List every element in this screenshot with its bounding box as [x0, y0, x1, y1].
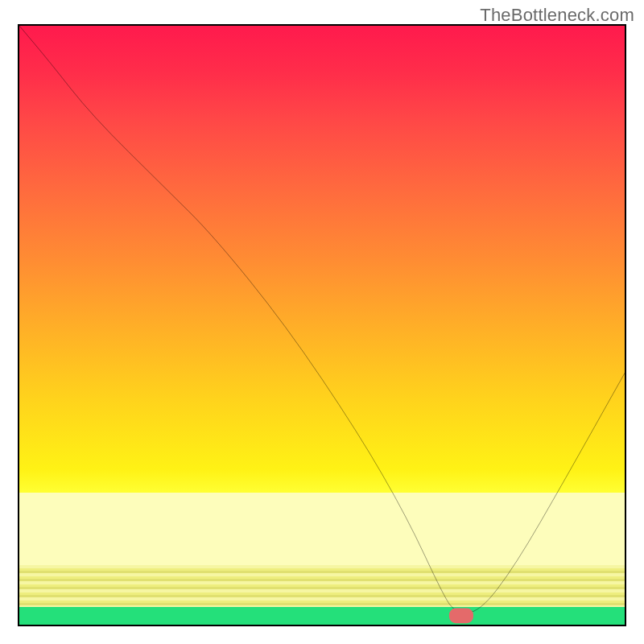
minimum-marker	[449, 609, 473, 624]
bottleneck-curve	[19, 26, 625, 613]
plot-frame	[18, 24, 626, 626]
chart-root: { "watermark": "TheBottleneck.com", "cha…	[0, 0, 644, 644]
curve-layer	[19, 26, 625, 625]
watermark-label: TheBottleneck.com	[480, 5, 634, 26]
plot-area	[19, 26, 625, 625]
